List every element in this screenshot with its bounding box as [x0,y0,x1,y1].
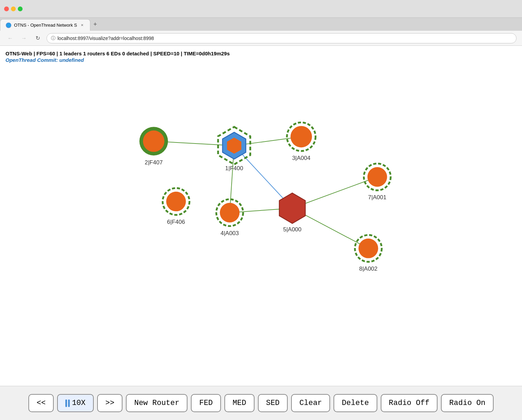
secure-icon: ⓘ [51,35,55,41]
med-button[interactable]: MED [224,394,255,412]
radio-off-label: Radio Off [389,399,430,407]
speed-up-label: >> [105,399,114,407]
back-button[interactable]: ← [5,33,15,43]
speed-label: 10X [72,399,86,407]
reload-button[interactable]: ↻ [33,33,42,43]
node-5[interactable]: 5|A000 [279,193,305,233]
url-text: localhost:8997/visualize?addr=localhost:… [57,36,154,41]
radio-on-button[interactable]: Radio On [441,394,494,412]
svg-point-5 [143,131,165,152]
svg-text:7|A001: 7|A001 [368,194,387,201]
network-svg: 1|F400 2|F407 3|A004 4|A003 [0,70,522,382]
svg-text:4|A003: 4|A003 [221,230,239,236]
toolbar: << 10X >> New Router FED MED SED Clear [0,386,522,420]
svg-text:1|F400: 1|F400 [225,165,243,172]
status-line: OTNS-Web | FPS=60 | 1 leaders 1 routers … [5,51,517,56]
maximize-button[interactable] [18,6,23,11]
forward-button[interactable]: → [19,33,29,43]
clear-label: Clear [299,399,322,407]
tab-bar: 🌐 OTNS - OpenThread Network S ✕ + [0,18,522,31]
radio-off-button[interactable]: Radio Off [381,394,438,412]
speed-down-button[interactable]: << [28,394,54,412]
title-bar [0,0,522,18]
node-7[interactable]: 7|A001 [364,164,391,201]
clear-button[interactable]: Clear [291,394,330,412]
delete-button[interactable]: Delete [334,394,377,412]
node-6[interactable]: 6|F406 [162,188,189,225]
page-content: OTNS-Web | FPS=60 | 1 leaders 1 routers … [0,46,522,420]
svg-text:5|A000: 5|A000 [283,226,302,233]
close-button[interactable] [4,6,9,11]
med-label: MED [233,399,246,407]
tab-favicon: 🌐 [6,23,11,28]
node-1[interactable]: 1|F400 [218,127,250,172]
svg-text:8|A002: 8|A002 [359,266,378,272]
node-4[interactable]: 4|A003 [216,199,243,236]
svg-marker-13 [279,193,305,223]
new-router-button[interactable]: New Router [126,394,187,412]
svg-text:6|F406: 6|F406 [167,219,185,225]
new-router-label: New Router [134,399,179,407]
pause-icon [65,399,70,407]
url-bar[interactable]: ⓘ localhost:8997/visualize?addr=localhos… [47,33,517,43]
svg-point-22 [358,239,378,258]
speed-button[interactable]: 10X [57,394,94,412]
svg-point-16 [166,192,186,212]
node-8[interactable]: 8|A002 [355,235,382,272]
sed-label: SED [266,399,280,407]
svg-text:3|A004: 3|A004 [292,155,311,161]
node-2[interactable]: 2|F407 [139,127,168,166]
svg-point-19 [367,167,387,187]
commit-line: OpenThread Commit: undefined [5,57,517,63]
speed-down-label: << [37,399,45,407]
tab-title: OTNS - OpenThread Network S [14,23,77,28]
node-3[interactable]: 3|A004 [287,122,316,161]
svg-text:2|F407: 2|F407 [145,159,163,166]
radio-on-label: Radio On [449,399,485,407]
delete-label: Delete [342,399,369,407]
minimize-button[interactable] [11,6,16,11]
fed-button[interactable]: FED [191,394,221,412]
traffic-lights [4,6,23,11]
svg-point-11 [220,203,240,223]
svg-point-8 [290,126,312,148]
speed-up-button[interactable]: >> [97,394,122,412]
tab-close-button[interactable]: ✕ [80,23,84,28]
fed-label: FED [199,399,213,407]
address-bar: ← → ↻ ⓘ localhost:8997/visualize?addr=lo… [0,31,522,46]
sed-button[interactable]: SED [258,394,288,412]
active-tab[interactable]: 🌐 OTNS - OpenThread Network S ✕ [0,19,90,31]
page-header: OTNS-Web | FPS=60 | 1 leaders 1 routers … [0,46,522,64]
network-canvas[interactable]: 1|F400 2|F407 3|A004 4|A003 [0,70,522,382]
new-tab-button[interactable]: + [90,19,100,29]
